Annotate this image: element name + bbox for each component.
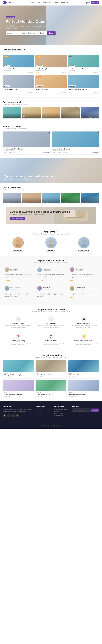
place-card-1[interactable]: Eiffel Tower <box>22 107 41 118</box>
nav-contact[interactable]: Contact Us <box>60 2 68 4</box>
listing-meta-3: ★ 4.6 150 reviews <box>4 92 33 93</box>
nav-careers[interactable]: Careers <box>52 2 58 4</box>
footer-grid: RentEals Find the perfect rental propert… <box>3 406 99 420</box>
footer-bottom: © 2024 RentEals. All rights reserved. <box>3 423 99 426</box>
blog-card-4[interactable]: Budget 5 Best Budget Vacations! March 5,… <box>36 380 66 398</box>
footer-link-0[interactable]: Home <box>36 408 51 410</box>
newsletter-subscribe-button[interactable]: Subscribe <box>91 408 99 412</box>
solution-item-title-4: Get reservations <box>38 340 64 342</box>
nav-about[interactable]: About <box>38 2 42 4</box>
testimonial-name-3: John Welkinson <box>10 287 20 288</box>
prop-baths-0: 1 bath <box>8 152 12 153</box>
testimonial-stars-1: ★★★★★ <box>37 280 65 281</box>
search-location-input[interactable] <box>6 31 20 35</box>
place-card-2[interactable]: Barcelona <box>42 107 60 118</box>
listing-name-1: Spacious family home with ocean view <box>36 68 66 70</box>
newsletter-email-input[interactable] <box>72 408 91 412</box>
listing-card-0[interactable]: Featured $120/night Modern Villa with Po… <box>3 55 34 74</box>
listing-price-5: $110/night <box>69 86 76 87</box>
prop-sqft-1: 1200 sqft <box>62 152 67 153</box>
listing-location-1: Malibu, California <box>36 70 66 71</box>
owner-card-2: Michael Douglas Professional owner <box>68 237 99 252</box>
rent-card-1[interactable]: New York 320 rentals <box>22 193 41 203</box>
signin-button[interactable]: Sign In <box>85 2 90 4</box>
prop-img-1: Popular <box>52 132 99 147</box>
listing-meta-5: ★ 4.8 110 reviews <box>69 92 98 93</box>
blog-info-2: Guide What Guests Want to Know March 10,… <box>68 372 99 378</box>
footer-social: f t in yt <box>3 414 33 418</box>
testimonial-header-3: John Welkinson Property Owner <box>4 286 32 292</box>
listing-card-5[interactable]: $110/night Modern Condo with Lake View S… <box>68 75 99 94</box>
hero-section: Perfect Holiday Perfect Holiday Cabin Fi… <box>0 6 102 45</box>
testimonial-text-1: Fantastic experience! My listing got boo… <box>37 274 65 279</box>
prop-badge-0: Featured <box>44 132 50 134</box>
footer-link-3[interactable]: Contact Us <box>36 414 51 416</box>
blog-tag-0: Travel <box>4 373 33 374</box>
testimonial-text-5: Outstanding service and a wonderful comm… <box>70 292 98 296</box>
listing-name-0: Modern Villa with Pool <box>4 68 33 70</box>
place-name-0: Santorini <box>4 116 9 118</box>
search-date-input[interactable] <box>20 31 38 35</box>
prop-card-1[interactable]: Popular Victorian Bed & Breakfast Boston… <box>52 132 99 154</box>
testimonial-header-2: Ellie Bassett Host Member <box>70 268 98 273</box>
navbar: R RentEals best rentals Home About Prope… <box>0 0 102 6</box>
solution-item-text-2: Lorem ipsum dolor sit amet, consectetur … <box>70 325 98 328</box>
rent-name-0: Miami 150 rentals <box>4 200 9 202</box>
nav-home[interactable]: Home <box>31 2 35 4</box>
blog-card-5[interactable]: Beach Best Beaches for Holiday March 3, … <box>68 380 99 398</box>
listing-card-1[interactable]: Featured $250/night Spacious family home… <box>36 55 66 74</box>
places-grid: Santorini Eiffel Tower Barcelona Washing… <box>3 107 99 118</box>
rent-card-2[interactable]: Dubai 195 rentals <box>42 193 60 203</box>
listing-card-2[interactable]: New $95/night Victorian Bed & Breakfast … <box>68 55 99 74</box>
testimonial-text-3: Great platform with excellent tools for … <box>4 292 32 298</box>
blog-card-1[interactable]: Tips How to be a Great Host March 12, 20… <box>36 360 66 378</box>
place-card-4[interactable]: Waiotapu Ranges <box>81 107 99 118</box>
rent-card-0[interactable]: Miami 150 rentals <box>3 193 21 203</box>
search-button[interactable]: Search <box>47 31 56 35</box>
social-youtube[interactable]: yt <box>16 414 19 418</box>
place-card-3[interactable]: Washington <box>61 107 80 118</box>
rent-card-3[interactable]: Cabin 88 rentals <box>61 193 80 203</box>
best-to-rent-section: Best places to rent Find amazing propert… <box>0 183 102 207</box>
testimonial-header-1: Tyson Smith Verified Owner <box>37 268 65 273</box>
cta-banner: Earn up to $1,000 per month hosting your… <box>6 207 96 224</box>
rent-card-4[interactable]: Cancun 210 rentals <box>81 193 99 203</box>
owner-avatar-0 <box>12 237 24 248</box>
listing-card-4[interactable]: Popular $180/night Charm Villa to Rent T… <box>36 75 66 94</box>
footer-link-4[interactable]: Careers <box>36 416 51 418</box>
footer-link-2[interactable]: Properties <box>36 412 51 414</box>
hero-search-bar: Search <box>6 31 56 35</box>
testimonial-avatar-3 <box>4 286 9 290</box>
prop-img-0: Featured <box>3 132 50 147</box>
testimonial-avatar-0 <box>4 268 9 272</box>
social-linkedin[interactable]: in <box>11 414 15 418</box>
listing-price-1: $250/night <box>36 65 43 66</box>
social-facebook[interactable]: f <box>3 414 6 418</box>
testimonial-role-0: Property Owner <box>10 270 18 271</box>
search-guests-input[interactable] <box>38 31 47 35</box>
footer-desc: Find the perfect rental property anywher… <box>3 409 33 412</box>
blog-card-0[interactable]: Travel Offering a Full Welcoming Space M… <box>3 360 34 378</box>
testimonial-avatar-1 <box>37 268 42 272</box>
prop-card-0[interactable]: Featured Nice Condo to Penn Station Manh… <box>3 132 50 154</box>
prop-location-1: Boston, Massachusetts <box>53 150 98 151</box>
nav-properties[interactable]: Properties <box>43 2 50 4</box>
owners-grid: Lila Affleck Professional owner Janet Ro… <box>3 237 99 252</box>
blog-img-0 <box>3 360 34 372</box>
testimonials-section: Expert Owners Testimonials Read what our… <box>0 256 102 305</box>
footer-link-1[interactable]: About Us <box>36 410 51 412</box>
cta-button[interactable]: LIST YOUR HOME <box>10 217 25 220</box>
listing-card-3[interactable]: $75/night Charming Private Room New York… <box>3 75 34 94</box>
blog-card-3[interactable]: Travel 10 Best September Vacations March… <box>3 380 34 398</box>
solution-item-title-0: Register for Free <box>4 323 32 324</box>
place-card-0[interactable]: Santorini <box>3 107 21 118</box>
footer-link-5[interactable]: Blog <box>36 418 51 420</box>
blog-date-5: March 3, 2024 <box>69 396 98 397</box>
logo: R RentEals best rentals <box>3 1 14 4</box>
blog-card-2[interactable]: Guide What Guests Want to Know March 10,… <box>68 360 99 378</box>
signup-button[interactable]: Sign Up <box>91 1 99 4</box>
footer-email: info@rentals.com <box>54 415 70 417</box>
blog-tag-3: Travel <box>4 392 33 393</box>
testimonial-role-1: Verified Owner <box>43 270 50 271</box>
social-twitter[interactable]: t <box>7 414 10 418</box>
